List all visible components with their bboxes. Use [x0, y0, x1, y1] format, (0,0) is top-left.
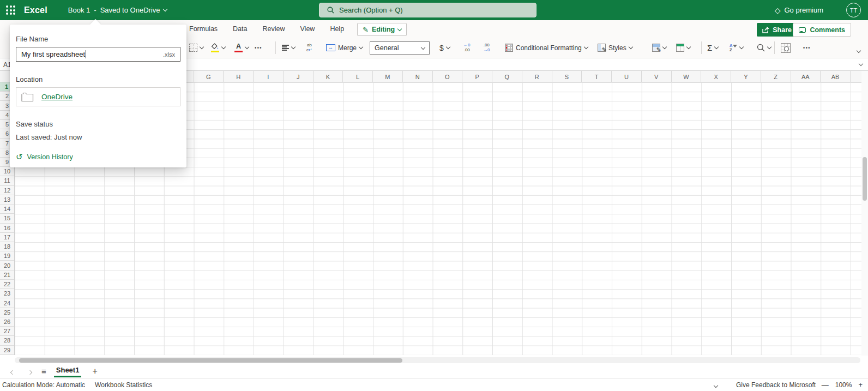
row-header-21[interactable]: 21 — [0, 270, 14, 280]
row-header-18[interactable]: 18 — [0, 242, 14, 251]
column-header-U[interactable]: U — [612, 71, 642, 82]
column-header-Z[interactable]: Z — [761, 71, 791, 82]
borders-button[interactable] — [189, 37, 203, 58]
column-header-W[interactable]: W — [672, 71, 702, 82]
column-header-H[interactable]: H — [224, 71, 254, 82]
column-header-Q[interactable]: Q — [492, 71, 522, 82]
cell-styles-button[interactable]: Styles — [598, 37, 632, 58]
autosum-button[interactable]: Σ — [707, 37, 718, 58]
row-header-25[interactable]: 25 — [0, 308, 14, 317]
row-header-20[interactable]: 20 — [0, 261, 14, 270]
format-as-table-button[interactable] — [652, 37, 666, 58]
file-info-popover: File Name My first spreadsheet .xlsx Loc… — [10, 25, 186, 167]
sort-filter-button[interactable]: AZ — [730, 37, 743, 58]
row-header-26[interactable]: 26 — [0, 317, 14, 327]
column-header-I[interactable]: I — [254, 71, 284, 82]
merge-button[interactable]: ↔ Merge — [326, 37, 363, 58]
conditional-formatting-button[interactable]: Conditional Formatting — [505, 37, 588, 58]
go-premium-button[interactable]: ◇ Go premium — [775, 0, 823, 20]
column-header-L[interactable]: L — [343, 71, 373, 82]
ribbon-overflow-button[interactable]: ••• — [803, 37, 811, 58]
column-header-Y[interactable]: Y — [731, 71, 761, 82]
fill-color-button[interactable] — [211, 37, 225, 58]
previous-sheet-button[interactable] — [8, 366, 17, 376]
horizontal-scrollbar-thumb[interactable] — [19, 358, 402, 363]
tab-help[interactable]: Help — [322, 20, 352, 37]
add-sheet-button[interactable]: + — [92, 366, 97, 376]
row-header-13[interactable]: 13 — [0, 195, 14, 204]
column-header-V[interactable]: V — [642, 71, 672, 82]
column-header-AA[interactable]: AA — [791, 71, 821, 82]
status-options-button[interactable] — [714, 381, 718, 389]
tab-data[interactable]: Data — [225, 20, 255, 37]
all-sheets-menu-icon[interactable]: ≡ — [41, 366, 46, 376]
tab-review[interactable]: Review — [255, 20, 293, 37]
column-header-N[interactable]: N — [403, 71, 433, 82]
feedback-link[interactable]: Give Feedback to Microsoft — [736, 381, 816, 389]
share-icon — [762, 27, 769, 33]
column-header-K[interactable]: K — [314, 71, 343, 82]
column-header-R[interactable]: R — [522, 71, 552, 82]
calculation-mode-status[interactable]: Calculation Mode: Automatic — [2, 381, 85, 389]
row-header-28[interactable]: 28 — [0, 336, 14, 345]
align-button[interactable] — [282, 37, 295, 58]
increase-decimal-button[interactable]: .00 →0 — [483, 37, 490, 58]
decrease-decimal-button[interactable]: ←0 .00 — [463, 37, 470, 58]
editing-mode-button[interactable]: ✎ Editing — [357, 23, 407, 36]
row-header-12[interactable]: 12 — [0, 186, 14, 195]
row-header-22[interactable]: 22 — [0, 280, 14, 289]
column-header-X[interactable]: X — [701, 71, 731, 82]
column-header-G[interactable]: G — [194, 71, 224, 82]
row-header-24[interactable]: 24 — [0, 298, 14, 308]
row-header-15[interactable]: 15 — [0, 214, 14, 223]
chevron-down-icon — [628, 45, 632, 49]
workbook-statistics-button[interactable]: Workbook Statistics — [95, 381, 152, 389]
row-header-14[interactable]: 14 — [0, 204, 14, 214]
onedrive-link[interactable]: OneDrive — [41, 93, 73, 101]
tab-view[interactable]: View — [293, 20, 323, 37]
horizontal-scrollbar-track[interactable] — [15, 357, 860, 363]
cells-button[interactable] — [676, 37, 690, 58]
find-button[interactable] — [757, 37, 771, 58]
file-name-input[interactable]: My first spreadsheet .xlsx — [16, 47, 180, 62]
row-header-23[interactable]: 23 — [0, 289, 14, 298]
zoom-in-button[interactable]: + — [858, 381, 863, 389]
column-header-S[interactable]: S — [552, 71, 582, 82]
search-input[interactable]: Search (Option + Q) — [319, 3, 537, 17]
currency-format-button[interactable]: $ — [439, 37, 450, 58]
vertical-scrollbar-track[interactable] — [861, 71, 868, 356]
row-header-17[interactable]: 17 — [0, 233, 14, 242]
column-header-T[interactable]: T — [582, 71, 612, 82]
row-header-11[interactable]: 11 — [0, 176, 14, 185]
next-sheet-button[interactable] — [25, 366, 35, 376]
account-avatar[interactable]: TT — [846, 3, 861, 17]
row-header-27[interactable]: 27 — [0, 327, 14, 336]
row-header-19[interactable]: 19 — [0, 251, 14, 261]
comments-button[interactable]: Comments — [793, 23, 851, 37]
app-launcher-icon[interactable] — [6, 5, 15, 15]
column-header-AB[interactable]: AB — [821, 71, 851, 82]
wrap-text-button[interactable]: ab c↵ — [306, 37, 312, 58]
column-header-J[interactable]: J — [284, 71, 314, 82]
analyze-data-button[interactable] — [781, 37, 791, 58]
number-format-select[interactable]: General — [370, 41, 430, 55]
row-header-10[interactable]: 10 — [0, 167, 14, 176]
document-title-button[interactable]: Book 1 - Saved to OneDrive — [68, 6, 167, 14]
font-color-button[interactable]: A — [234, 37, 249, 58]
collapse-ribbon-button[interactable] — [857, 45, 860, 55]
column-header-P[interactable]: P — [462, 71, 492, 82]
vertical-scrollbar-thumb[interactable] — [863, 157, 867, 201]
row-header-29[interactable]: 29 — [0, 346, 14, 355]
column-header-M[interactable]: M — [373, 71, 403, 82]
column-header-O[interactable]: O — [433, 71, 463, 82]
zoom-level[interactable]: 100% — [835, 381, 852, 389]
tab-formulas[interactable]: Formulas — [182, 20, 225, 37]
app-name[interactable]: Excel — [24, 5, 47, 15]
zoom-out-button[interactable]: — — [822, 381, 829, 389]
expand-formula-bar-icon[interactable] — [859, 62, 863, 66]
share-button[interactable]: Share — [757, 23, 797, 37]
font-group-overflow-button[interactable]: ••• — [255, 37, 262, 58]
version-history-button[interactable]: ↺ Version History — [16, 153, 186, 161]
row-header-16[interactable]: 16 — [0, 224, 14, 233]
sheet-tab[interactable]: Sheet1 — [54, 365, 82, 377]
